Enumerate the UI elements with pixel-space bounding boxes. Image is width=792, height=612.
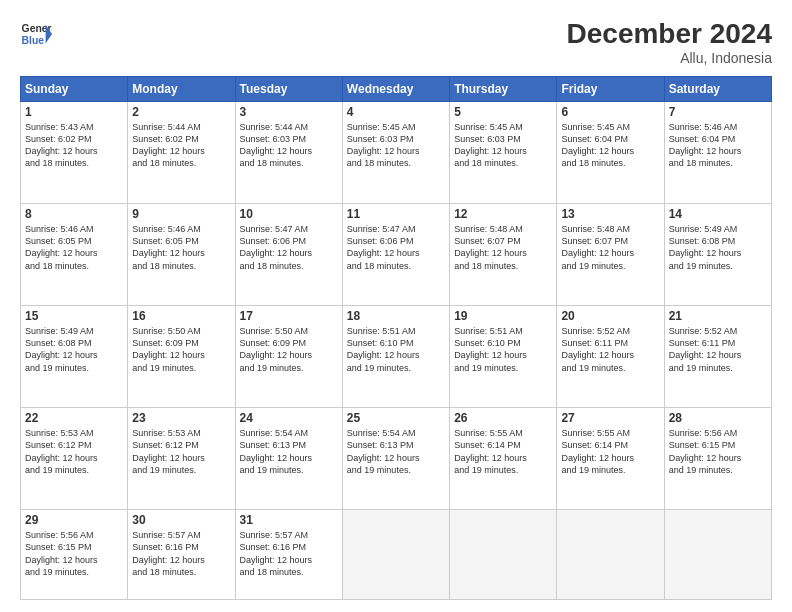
day-number: 30 (132, 513, 230, 527)
day-number: 15 (25, 309, 123, 323)
calendar-day-cell: 15Sunrise: 5:49 AM Sunset: 6:08 PM Dayli… (21, 306, 128, 408)
calendar-day-cell: 8Sunrise: 5:46 AM Sunset: 6:05 PM Daylig… (21, 204, 128, 306)
calendar-week-row: 29Sunrise: 5:56 AM Sunset: 6:15 PM Dayli… (21, 510, 772, 600)
calendar-week-row: 22Sunrise: 5:53 AM Sunset: 6:12 PM Dayli… (21, 408, 772, 510)
day-of-week-header: Monday (128, 77, 235, 102)
calendar-week-row: 15Sunrise: 5:49 AM Sunset: 6:08 PM Dayli… (21, 306, 772, 408)
day-info: Sunrise: 5:46 AM Sunset: 6:05 PM Dayligh… (132, 223, 230, 272)
calendar-day-cell: 6Sunrise: 5:45 AM Sunset: 6:04 PM Daylig… (557, 102, 664, 204)
calendar-day-cell: 20Sunrise: 5:52 AM Sunset: 6:11 PM Dayli… (557, 306, 664, 408)
day-info: Sunrise: 5:55 AM Sunset: 6:14 PM Dayligh… (561, 427, 659, 476)
calendar-day-cell: 18Sunrise: 5:51 AM Sunset: 6:10 PM Dayli… (342, 306, 449, 408)
day-info: Sunrise: 5:49 AM Sunset: 6:08 PM Dayligh… (669, 223, 767, 272)
day-of-week-header: Wednesday (342, 77, 449, 102)
calendar-day-cell: 7Sunrise: 5:46 AM Sunset: 6:04 PM Daylig… (664, 102, 771, 204)
calendar-week-row: 1Sunrise: 5:43 AM Sunset: 6:02 PM Daylig… (21, 102, 772, 204)
day-number: 29 (25, 513, 123, 527)
calendar-day-cell: 27Sunrise: 5:55 AM Sunset: 6:14 PM Dayli… (557, 408, 664, 510)
day-number: 26 (454, 411, 552, 425)
calendar-body: 1Sunrise: 5:43 AM Sunset: 6:02 PM Daylig… (21, 102, 772, 600)
day-info: Sunrise: 5:49 AM Sunset: 6:08 PM Dayligh… (25, 325, 123, 374)
day-number: 28 (669, 411, 767, 425)
day-number: 1 (25, 105, 123, 119)
day-info: Sunrise: 5:46 AM Sunset: 6:04 PM Dayligh… (669, 121, 767, 170)
day-number: 21 (669, 309, 767, 323)
calendar-day-cell (450, 510, 557, 600)
day-number: 3 (240, 105, 338, 119)
day-info: Sunrise: 5:52 AM Sunset: 6:11 PM Dayligh… (669, 325, 767, 374)
day-number: 14 (669, 207, 767, 221)
page: General Blue December 2024 Allu, Indones… (0, 0, 792, 612)
day-number: 16 (132, 309, 230, 323)
day-info: Sunrise: 5:54 AM Sunset: 6:13 PM Dayligh… (240, 427, 338, 476)
calendar-day-cell: 1Sunrise: 5:43 AM Sunset: 6:02 PM Daylig… (21, 102, 128, 204)
day-info: Sunrise: 5:50 AM Sunset: 6:09 PM Dayligh… (240, 325, 338, 374)
calendar-day-cell: 10Sunrise: 5:47 AM Sunset: 6:06 PM Dayli… (235, 204, 342, 306)
month-title: December 2024 (567, 18, 772, 50)
day-number: 17 (240, 309, 338, 323)
day-info: Sunrise: 5:57 AM Sunset: 6:16 PM Dayligh… (240, 529, 338, 578)
day-number: 7 (669, 105, 767, 119)
calendar-day-cell: 19Sunrise: 5:51 AM Sunset: 6:10 PM Dayli… (450, 306, 557, 408)
days-of-week-row: SundayMondayTuesdayWednesdayThursdayFrid… (21, 77, 772, 102)
svg-text:Blue: Blue (22, 35, 45, 46)
calendar-day-cell: 3Sunrise: 5:44 AM Sunset: 6:03 PM Daylig… (235, 102, 342, 204)
calendar-day-cell (664, 510, 771, 600)
day-info: Sunrise: 5:53 AM Sunset: 6:12 PM Dayligh… (132, 427, 230, 476)
day-info: Sunrise: 5:43 AM Sunset: 6:02 PM Dayligh… (25, 121, 123, 170)
day-number: 24 (240, 411, 338, 425)
logo-icon: General Blue (20, 18, 52, 50)
calendar-day-cell (557, 510, 664, 600)
calendar-day-cell: 26Sunrise: 5:55 AM Sunset: 6:14 PM Dayli… (450, 408, 557, 510)
day-info: Sunrise: 5:56 AM Sunset: 6:15 PM Dayligh… (25, 529, 123, 578)
day-info: Sunrise: 5:45 AM Sunset: 6:04 PM Dayligh… (561, 121, 659, 170)
location: Allu, Indonesia (567, 50, 772, 66)
day-of-week-header: Tuesday (235, 77, 342, 102)
day-number: 19 (454, 309, 552, 323)
calendar-day-cell: 4Sunrise: 5:45 AM Sunset: 6:03 PM Daylig… (342, 102, 449, 204)
day-number: 9 (132, 207, 230, 221)
calendar-day-cell: 31Sunrise: 5:57 AM Sunset: 6:16 PM Dayli… (235, 510, 342, 600)
day-number: 27 (561, 411, 659, 425)
calendar-day-cell: 5Sunrise: 5:45 AM Sunset: 6:03 PM Daylig… (450, 102, 557, 204)
day-of-week-header: Sunday (21, 77, 128, 102)
calendar: SundayMondayTuesdayWednesdayThursdayFrid… (20, 76, 772, 600)
day-number: 25 (347, 411, 445, 425)
calendar-day-cell: 12Sunrise: 5:48 AM Sunset: 6:07 PM Dayli… (450, 204, 557, 306)
day-info: Sunrise: 5:44 AM Sunset: 6:02 PM Dayligh… (132, 121, 230, 170)
calendar-day-cell: 24Sunrise: 5:54 AM Sunset: 6:13 PM Dayli… (235, 408, 342, 510)
day-info: Sunrise: 5:51 AM Sunset: 6:10 PM Dayligh… (347, 325, 445, 374)
day-number: 12 (454, 207, 552, 221)
calendar-day-cell: 22Sunrise: 5:53 AM Sunset: 6:12 PM Dayli… (21, 408, 128, 510)
calendar-day-cell: 29Sunrise: 5:56 AM Sunset: 6:15 PM Dayli… (21, 510, 128, 600)
day-info: Sunrise: 5:44 AM Sunset: 6:03 PM Dayligh… (240, 121, 338, 170)
day-number: 18 (347, 309, 445, 323)
day-number: 10 (240, 207, 338, 221)
day-info: Sunrise: 5:57 AM Sunset: 6:16 PM Dayligh… (132, 529, 230, 578)
title-block: December 2024 Allu, Indonesia (567, 18, 772, 66)
day-info: Sunrise: 5:54 AM Sunset: 6:13 PM Dayligh… (347, 427, 445, 476)
day-of-week-header: Saturday (664, 77, 771, 102)
day-number: 20 (561, 309, 659, 323)
calendar-day-cell: 14Sunrise: 5:49 AM Sunset: 6:08 PM Dayli… (664, 204, 771, 306)
day-number: 23 (132, 411, 230, 425)
calendar-day-cell: 11Sunrise: 5:47 AM Sunset: 6:06 PM Dayli… (342, 204, 449, 306)
logo: General Blue (20, 18, 52, 50)
day-number: 31 (240, 513, 338, 527)
day-of-week-header: Friday (557, 77, 664, 102)
day-info: Sunrise: 5:51 AM Sunset: 6:10 PM Dayligh… (454, 325, 552, 374)
calendar-day-cell: 25Sunrise: 5:54 AM Sunset: 6:13 PM Dayli… (342, 408, 449, 510)
day-info: Sunrise: 5:47 AM Sunset: 6:06 PM Dayligh… (240, 223, 338, 272)
header: General Blue December 2024 Allu, Indones… (20, 18, 772, 66)
day-info: Sunrise: 5:46 AM Sunset: 6:05 PM Dayligh… (25, 223, 123, 272)
calendar-day-cell: 23Sunrise: 5:53 AM Sunset: 6:12 PM Dayli… (128, 408, 235, 510)
day-info: Sunrise: 5:50 AM Sunset: 6:09 PM Dayligh… (132, 325, 230, 374)
day-number: 4 (347, 105, 445, 119)
calendar-day-cell: 21Sunrise: 5:52 AM Sunset: 6:11 PM Dayli… (664, 306, 771, 408)
day-number: 2 (132, 105, 230, 119)
day-info: Sunrise: 5:48 AM Sunset: 6:07 PM Dayligh… (561, 223, 659, 272)
calendar-day-cell: 2Sunrise: 5:44 AM Sunset: 6:02 PM Daylig… (128, 102, 235, 204)
day-number: 13 (561, 207, 659, 221)
calendar-day-cell: 17Sunrise: 5:50 AM Sunset: 6:09 PM Dayli… (235, 306, 342, 408)
calendar-day-cell: 28Sunrise: 5:56 AM Sunset: 6:15 PM Dayli… (664, 408, 771, 510)
